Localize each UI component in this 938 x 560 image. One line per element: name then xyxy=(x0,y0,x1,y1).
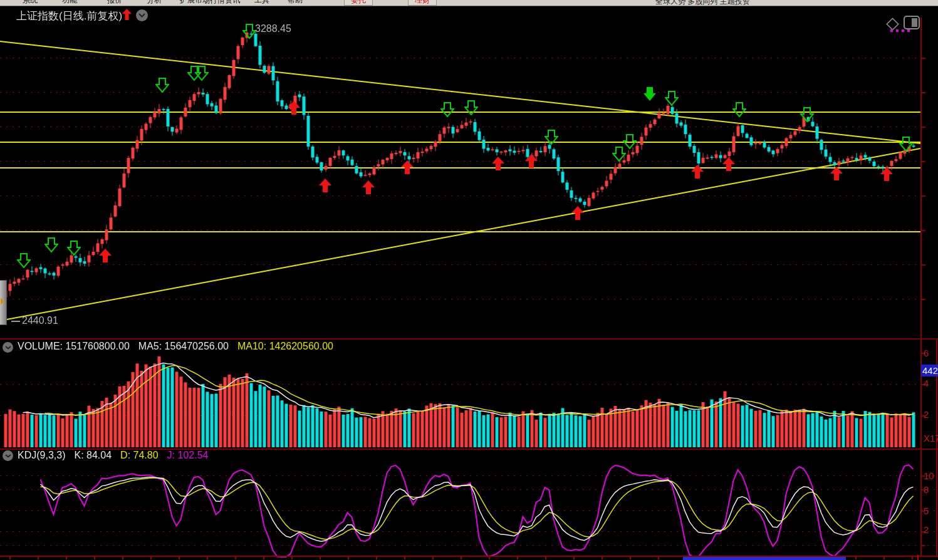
sell-signal-arrow xyxy=(545,130,558,145)
low-price-label: 2440.91 xyxy=(11,315,58,326)
title-up-arrow-icon xyxy=(122,9,132,20)
vol-ma10-value: 142620560.00 xyxy=(269,341,333,351)
sell-signal-arrow xyxy=(440,102,454,117)
low-price-pointer xyxy=(11,321,20,322)
trading-app-window: { "menu_bar": { "items": [ {"label":"系统"… xyxy=(0,0,938,560)
layout-panel-icon[interactable] xyxy=(904,16,921,31)
buy-signal-arrow xyxy=(524,153,538,169)
sell-signal-arrow xyxy=(67,241,81,256)
sell-signal-arrow xyxy=(155,78,169,93)
kdj-axis-label: 2 xyxy=(924,524,929,535)
sell-signal-arrow xyxy=(623,134,637,149)
volume-axis-label: 6 xyxy=(924,348,929,358)
volume-axis-label: 4 xyxy=(924,378,929,388)
kdj-j-value: 102.54 xyxy=(178,450,209,460)
buy-signal-arrow xyxy=(880,167,894,182)
sell-signal-arrow xyxy=(17,253,31,268)
volume-current-badge: 442 xyxy=(921,365,938,376)
menu-item[interactable]: 扩展市场行情 xyxy=(180,0,225,4)
menu-item[interactable]: 功能 xyxy=(62,0,77,4)
sell-signal-arrow xyxy=(195,66,209,81)
sell-signal-arrow-solid xyxy=(643,86,657,101)
buy-signal-arrow xyxy=(571,205,585,220)
volume-value: 151760800.00 xyxy=(65,341,129,351)
chart-title: 上证指数(日线.前复权) xyxy=(16,9,122,23)
menu-bar: 系统功能报价分析扩展市场行情资讯工具帮助委托理财全球大势 多股同列 主题投资 xyxy=(0,0,938,6)
buy-signal-arrow xyxy=(491,156,505,171)
buy-signal-arrow xyxy=(722,157,736,172)
buy-signal-arrow xyxy=(830,166,843,181)
menu-item[interactable]: 资讯 xyxy=(225,0,240,4)
sell-signal-arrow xyxy=(44,237,58,252)
menu-item[interactable]: 工具 xyxy=(254,0,269,4)
left-scroll-grip[interactable] xyxy=(0,280,7,325)
kdj-panel-header: KDJ(9,3,3) K: 84.04 D: 74.80 J: 102.54 xyxy=(18,450,208,461)
kdj-k-label: K: xyxy=(74,450,83,460)
buy-signal-arrow xyxy=(400,160,414,175)
kdj-d-value: 74.80 xyxy=(133,450,159,460)
drawing-dots-indicator xyxy=(890,29,915,33)
grip-arrow-icon xyxy=(1,298,4,304)
kdj-name: KDJ(9,3,3) xyxy=(18,450,65,461)
vol-ma5-label: MA5: xyxy=(138,341,162,351)
volume-axis-label: X17 xyxy=(924,433,938,443)
buy-signal-arrow xyxy=(318,178,332,193)
sell-signal-arrow xyxy=(732,102,746,117)
buy-signal-arrow xyxy=(98,248,112,263)
sell-signal-arrow xyxy=(464,100,478,115)
menu-item[interactable]: 帮助 xyxy=(288,0,303,4)
kdj-k-value: 84.04 xyxy=(86,450,112,460)
volume-axis-label: 2 xyxy=(924,409,929,420)
menu-item[interactable]: 报价 xyxy=(107,0,122,4)
collapse-chevron-button[interactable] xyxy=(136,9,148,21)
menu-item[interactable]: 系统 xyxy=(23,0,38,4)
kdj-axis-label: 10 xyxy=(924,470,934,481)
kdj-d-label: D: xyxy=(120,450,130,460)
chevron-down-icon xyxy=(5,346,11,350)
vol-ma10-label: MA10: xyxy=(237,341,266,351)
menu-item[interactable]: 分析 xyxy=(147,0,162,4)
buy-signal-arrow xyxy=(362,180,375,195)
menu-right-links[interactable]: 全球大势 多股同列 主题投资 xyxy=(655,0,750,6)
chevron-down-icon xyxy=(138,13,145,18)
volume-label: VOLUME: xyxy=(18,341,63,351)
stock-chart-canvas[interactable] xyxy=(0,0,938,560)
kdj-collapse-button[interactable] xyxy=(3,450,13,461)
menu-red-button[interactable]: 理财 xyxy=(408,0,437,6)
buy-signal-arrow xyxy=(287,100,301,115)
horizontal-scrollbar-thumb[interactable] xyxy=(683,557,846,560)
kdj-j-label: J: xyxy=(167,450,175,460)
sell-signal-arrow xyxy=(800,107,814,122)
chevron-down-icon xyxy=(5,454,11,458)
vol-ma5-value: 156470256.00 xyxy=(165,341,229,351)
sell-signal-arrow xyxy=(242,24,256,39)
volume-collapse-button[interactable] xyxy=(3,342,13,353)
peak-price-label: 3288.45 xyxy=(255,23,291,34)
volume-panel-header: VOLUME: 151760800.00 MA5: 156470256.00 M… xyxy=(18,341,333,352)
kdj-axis-label: 5 xyxy=(924,506,929,516)
kdj-axis-label: 8 xyxy=(924,484,929,495)
sell-signal-arrow xyxy=(665,91,679,106)
menu-red-button[interactable]: 委托 xyxy=(344,0,373,6)
sell-signal-arrow xyxy=(899,137,913,152)
buy-signal-arrow xyxy=(690,164,704,179)
